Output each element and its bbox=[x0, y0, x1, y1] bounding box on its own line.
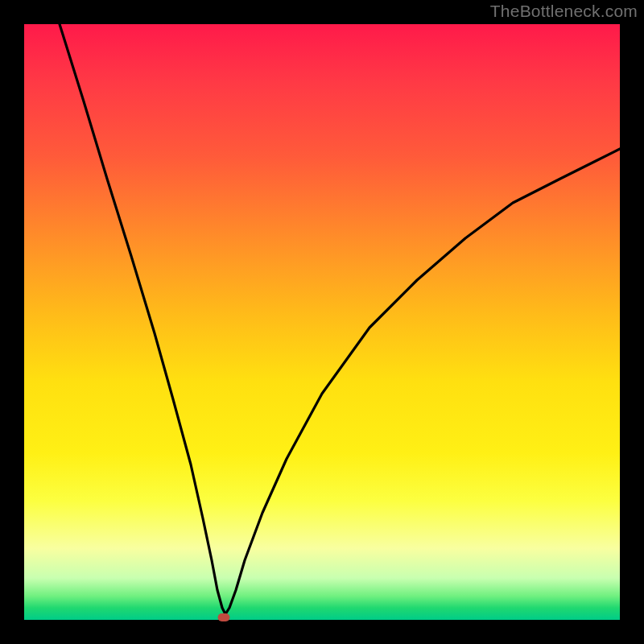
plot-area bbox=[24, 24, 620, 620]
optimal-marker-icon bbox=[218, 613, 230, 621]
chart-frame: TheBottleneck.com bbox=[0, 0, 644, 644]
curve-layer bbox=[24, 24, 620, 620]
bottleneck-curve bbox=[60, 24, 620, 614]
watermark-text: TheBottleneck.com bbox=[490, 2, 638, 21]
